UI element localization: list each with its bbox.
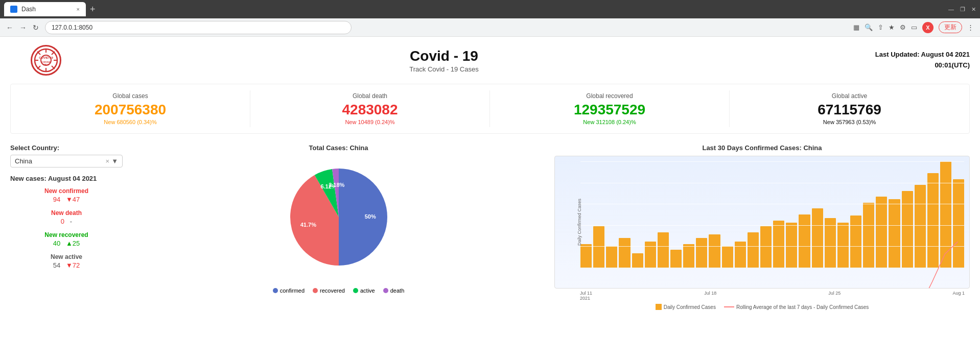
tab-favicon bbox=[10, 6, 17, 13]
x-label-jul11: Jul 112021 bbox=[580, 291, 592, 301]
bar-item bbox=[722, 246, 733, 268]
update-button[interactable]: 更新 bbox=[939, 21, 962, 33]
svg-text:41.7%: 41.7% bbox=[300, 222, 316, 228]
url-bar[interactable]: 127.0.0.1:8050 bbox=[45, 21, 352, 34]
share-icon[interactable]: ⇧ bbox=[878, 23, 883, 31]
global-cases-value: 200756380 bbox=[19, 102, 242, 118]
bar-item bbox=[863, 203, 874, 268]
pie-chart-container: 50%41.7%6.12%2.18% bbox=[131, 156, 546, 283]
url-text: 127.0.0.1:8050 bbox=[52, 24, 92, 31]
active-legend-label: active bbox=[360, 288, 375, 294]
svg-text:VIRUS: VIRUS bbox=[43, 63, 50, 66]
forward-button[interactable]: → bbox=[19, 23, 27, 32]
extensions-icon[interactable]: ⚙ bbox=[900, 23, 906, 31]
bar-item bbox=[799, 214, 810, 268]
menu-icon[interactable]: ⋮ bbox=[967, 23, 974, 31]
x-label-aug1: Aug 1 bbox=[952, 291, 965, 301]
line-legend-item: Rolling Average of the last 7 days - Dai… bbox=[724, 304, 869, 310]
bar-item bbox=[593, 226, 604, 268]
select-dropdown-icon[interactable]: ▼ bbox=[111, 157, 118, 165]
active-legend-dot bbox=[353, 288, 358, 293]
svg-rect-0 bbox=[11, 7, 16, 12]
legend-confirmed: confirmed bbox=[273, 288, 305, 294]
browser-tab[interactable]: Dash × bbox=[4, 2, 86, 16]
global-recovered-stat: Global recovered 129357529 New 312108 (0… bbox=[490, 90, 730, 127]
global-active-stat: Global active 67115769 New 357963 (0.53)… bbox=[730, 90, 969, 127]
bar-item bbox=[748, 232, 759, 268]
pie-chart-title: Total Cases: China bbox=[131, 144, 546, 152]
maximize-button[interactable]: ❐ bbox=[960, 6, 965, 13]
bar-legend-label: Daily Confirmed Cases bbox=[664, 304, 716, 310]
line-legend-color bbox=[724, 306, 734, 307]
app-content: COVID-19 CORONA VIRUS Covid - 19 Track C… bbox=[0, 37, 980, 318]
screenshot-icon[interactable]: ▦ bbox=[853, 23, 859, 31]
bar-item bbox=[876, 197, 887, 268]
main-grid: Select Country: China × ▼ New cases: Aug… bbox=[10, 144, 970, 310]
line-legend-label: Rolling Average of the last 7 days - Dai… bbox=[736, 304, 869, 310]
bar-item bbox=[645, 242, 656, 268]
new-confirmed-change: ▼47 bbox=[66, 196, 80, 203]
bar-item bbox=[889, 199, 900, 268]
bar-item bbox=[915, 185, 926, 268]
bar-item bbox=[696, 238, 707, 268]
new-death-value: 0 - bbox=[10, 218, 123, 225]
new-recovered-label: New recovered bbox=[10, 231, 123, 238]
bar-legend-color bbox=[656, 304, 662, 310]
new-cases-title: New cases: August 04 2021 bbox=[10, 175, 123, 182]
global-stats-row: Global cases 200756380 New 680560 (0.34)… bbox=[10, 84, 970, 134]
new-confirmed-label: New confirmed bbox=[10, 187, 123, 195]
new-death-number: 0 bbox=[61, 218, 64, 225]
toolbar-icons: ▦ 🔍 ⇧ ★ ⚙ ▭ X 更新 ⋮ bbox=[853, 21, 974, 33]
pie-chart-panel: Total Cases: China 50%41.7%6.12%2.18% co… bbox=[131, 144, 546, 294]
bar-chart-wrapper: Daily Confirmed Cases Jul 112021 Jul 18 bbox=[554, 156, 970, 301]
bar-item bbox=[606, 246, 617, 268]
death-legend-dot bbox=[383, 288, 388, 293]
bar-item bbox=[927, 173, 939, 268]
main-title: Covid - 19 bbox=[82, 48, 806, 64]
logo-area: COVID-19 CORONA VIRUS bbox=[10, 45, 82, 76]
search-icon[interactable]: 🔍 bbox=[865, 23, 873, 31]
confirmed-legend-dot bbox=[273, 288, 278, 293]
death-legend-label: death bbox=[390, 288, 405, 294]
new-recovered-item: New recovered 40 ▲25 bbox=[10, 231, 123, 247]
new-active-value: 54 ▼72 bbox=[10, 261, 123, 269]
tab-close-button[interactable]: × bbox=[77, 6, 80, 12]
bar-item bbox=[812, 208, 823, 268]
bookmark-icon[interactable]: ★ bbox=[889, 23, 895, 31]
new-active-number: 54 bbox=[53, 261, 60, 269]
layout-icon[interactable]: ▭ bbox=[911, 23, 917, 31]
bar-item bbox=[683, 244, 694, 268]
covid-logo: COVID-19 CORONA VIRUS bbox=[31, 45, 61, 76]
new-tab-button[interactable]: + bbox=[90, 4, 96, 15]
new-recovered-value: 40 ▲25 bbox=[10, 240, 123, 247]
sub-title: Track Covid - 19 Cases bbox=[82, 65, 806, 73]
select-clear-icon[interactable]: × bbox=[106, 157, 110, 165]
bar-item bbox=[632, 253, 643, 268]
bar-item bbox=[940, 161, 951, 268]
bar-chart-area: Daily Confirmed Cases bbox=[554, 156, 970, 289]
profile-icon[interactable]: X bbox=[922, 22, 934, 33]
bar-item bbox=[902, 191, 913, 268]
minimize-button[interactable]: — bbox=[948, 6, 954, 12]
svg-text:COVID-19: COVID-19 bbox=[39, 56, 53, 59]
global-death-label: Global death bbox=[259, 92, 481, 100]
last-updated-line2: 00:01(UTC) bbox=[806, 60, 970, 71]
confirmed-legend-label: confirmed bbox=[280, 288, 305, 294]
bar-legend-item: Daily Confirmed Cases bbox=[656, 304, 716, 310]
legend-death: death bbox=[383, 288, 405, 294]
last-updated-line1: Last Updated: August 04 2021 bbox=[806, 50, 970, 60]
close-window-button[interactable]: ✕ bbox=[971, 6, 976, 13]
left-panel: Select Country: China × ▼ New cases: Aug… bbox=[10, 144, 123, 275]
title-center: Covid - 19 Track Covid - 19 Cases bbox=[82, 48, 806, 73]
browser-window-controls: — ❐ ✕ bbox=[948, 6, 976, 13]
global-active-value: 67115769 bbox=[738, 102, 961, 118]
global-recovered-label: Global recovered bbox=[498, 92, 721, 100]
back-button[interactable]: ← bbox=[6, 23, 13, 32]
bars-container bbox=[580, 161, 964, 268]
address-bar: ← → ↻ 127.0.0.1:8050 ▦ 🔍 ⇧ ★ ⚙ ▭ X 更新 ⋮ bbox=[0, 18, 980, 37]
global-death-new: New 10489 (0.24)% bbox=[259, 119, 481, 125]
country-select[interactable]: China × ▼ bbox=[10, 155, 123, 167]
bar-item bbox=[735, 242, 746, 268]
reload-button[interactable]: ↻ bbox=[33, 23, 39, 32]
y-axis-label: Daily Confirmed Cases bbox=[577, 199, 582, 246]
